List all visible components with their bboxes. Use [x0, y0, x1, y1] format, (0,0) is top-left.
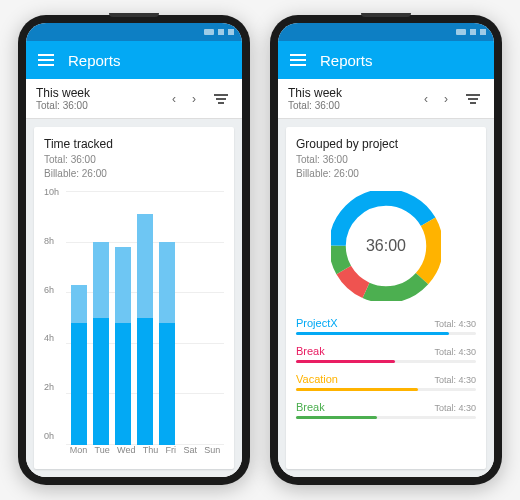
prev-period-button[interactable]: ‹: [416, 89, 436, 109]
time-tracked-card: Time tracked Total: 36:00 Billable: 26:0…: [34, 127, 234, 469]
project-item[interactable]: BreakTotal: 4:30: [296, 401, 476, 419]
project-bar: [296, 388, 476, 391]
project-total: Total: 4:30: [434, 403, 476, 413]
menu-icon[interactable]: [38, 54, 54, 66]
bar: [159, 191, 175, 445]
project-name: ProjectX: [296, 317, 338, 329]
period-block[interactable]: This week Total: 36:00: [36, 86, 164, 111]
x-tick: Thu: [143, 445, 159, 455]
y-tick: 10h: [44, 187, 66, 197]
card-total: Total: 36:00: [296, 153, 476, 167]
card-billable: Billable: 26:00: [44, 167, 224, 181]
y-tick: 8h: [44, 236, 66, 246]
project-name: Break: [296, 401, 325, 413]
card-billable: Billable: 26:00: [296, 167, 476, 181]
bar: [71, 191, 87, 445]
y-tick: 4h: [44, 333, 66, 343]
x-axis: Mon Tue Wed Thu Fri Sat Sun: [66, 445, 224, 463]
status-bar: [278, 23, 494, 41]
app-bar: Reports: [26, 41, 242, 79]
status-bar: [26, 23, 242, 41]
project-name: Break: [296, 345, 325, 357]
period-block[interactable]: This week Total: 36:00: [288, 86, 416, 111]
bars: [66, 191, 224, 445]
project-bar: [296, 332, 476, 335]
next-period-button[interactable]: ›: [184, 89, 204, 109]
x-tick: Sat: [183, 445, 197, 455]
filter-icon[interactable]: [462, 94, 484, 104]
screen: Reports This week Total: 36:00 ‹ › Group…: [278, 23, 494, 477]
status-icon: [204, 29, 214, 35]
status-icon: [456, 29, 466, 35]
status-icon: [480, 29, 486, 35]
bar: [137, 191, 153, 445]
x-tick: Wed: [117, 445, 135, 455]
filter-icon[interactable]: [210, 94, 232, 104]
donut-center-label: 36:00: [331, 191, 441, 301]
y-tick: 6h: [44, 285, 66, 295]
project-bar: [296, 416, 476, 419]
project-bar: [296, 360, 476, 363]
bar: [115, 191, 131, 445]
project-name: Vacation: [296, 373, 338, 385]
period-total: Total: 36:00: [36, 100, 164, 111]
project-item[interactable]: ProjectXTotal: 4:30: [296, 317, 476, 335]
content: Time tracked Total: 36:00 Billable: 26:0…: [26, 119, 242, 477]
app-bar: Reports: [278, 41, 494, 79]
card-title: Grouped by project: [296, 137, 476, 151]
period-label: This week: [36, 86, 164, 100]
prev-period-button[interactable]: ‹: [164, 89, 184, 109]
x-tick: Tue: [95, 445, 110, 455]
bar: [93, 191, 109, 445]
grouped-card: Grouped by project Total: 36:00 Billable…: [286, 127, 486, 469]
card-title: Time tracked: [44, 137, 224, 151]
screen: Reports This week Total: 36:00 ‹ › Time …: [26, 23, 242, 477]
appbar-title: Reports: [320, 52, 373, 69]
y-tick: 0h: [44, 431, 66, 441]
project-item[interactable]: BreakTotal: 4:30: [296, 345, 476, 363]
period-total: Total: 36:00: [288, 100, 416, 111]
x-tick: Fri: [166, 445, 177, 455]
project-total: Total: 4:30: [434, 319, 476, 329]
subheader: This week Total: 36:00 ‹ ›: [26, 79, 242, 119]
status-icon: [228, 29, 234, 35]
card-total: Total: 36:00: [44, 153, 224, 167]
y-axis: 10h 8h 6h 4h 2h 0h: [44, 191, 66, 445]
project-total: Total: 4:30: [434, 375, 476, 385]
menu-icon[interactable]: [290, 54, 306, 66]
status-icon: [218, 29, 224, 35]
bar: [181, 191, 197, 445]
status-icon: [470, 29, 476, 35]
donut-chart: 36:00: [296, 191, 476, 301]
phone-left: Reports This week Total: 36:00 ‹ › Time …: [18, 15, 250, 485]
subheader: This week Total: 36:00 ‹ ›: [278, 79, 494, 119]
project-item[interactable]: VacationTotal: 4:30: [296, 373, 476, 391]
period-label: This week: [288, 86, 416, 100]
phone-right: Reports This week Total: 36:00 ‹ › Group…: [270, 15, 502, 485]
content: Grouped by project Total: 36:00 Billable…: [278, 119, 494, 477]
bar: [203, 191, 219, 445]
x-tick: Mon: [70, 445, 88, 455]
next-period-button[interactable]: ›: [436, 89, 456, 109]
appbar-title: Reports: [68, 52, 121, 69]
bar-chart: 10h 8h 6h 4h 2h 0h Mon Tue Wed: [44, 191, 224, 463]
x-tick: Sun: [204, 445, 220, 455]
project-total: Total: 4:30: [434, 347, 476, 357]
project-list: ProjectXTotal: 4:30BreakTotal: 4:30Vacat…: [296, 317, 476, 419]
y-tick: 2h: [44, 382, 66, 392]
